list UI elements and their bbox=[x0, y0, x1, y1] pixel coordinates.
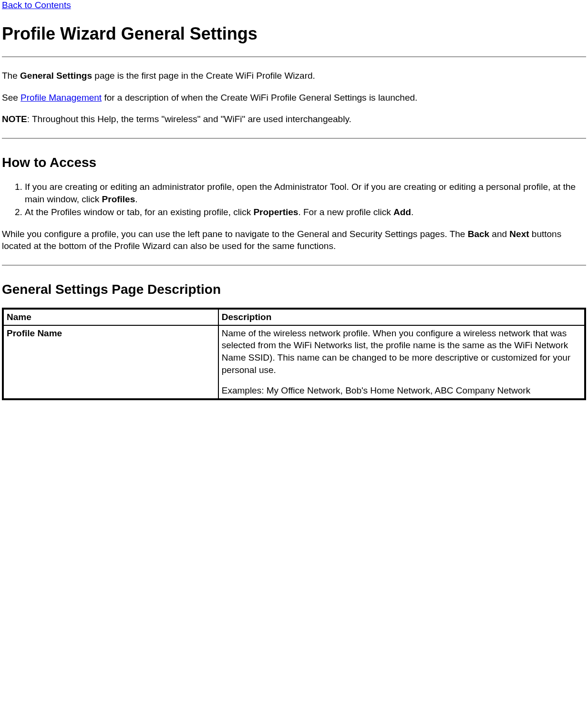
text: and bbox=[489, 229, 509, 239]
header-description: Description bbox=[218, 309, 585, 325]
text: See bbox=[2, 93, 21, 103]
text: While you configure a profile, you can u… bbox=[2, 229, 468, 239]
text: . bbox=[135, 194, 137, 204]
header-name: Name bbox=[3, 309, 218, 325]
text: : Throughout this Help, the terms "wirel… bbox=[27, 114, 351, 124]
text-bold: Back bbox=[468, 229, 489, 239]
cell-description: Name of the wireless network profile. Wh… bbox=[218, 325, 585, 399]
intro-paragraph-2: See Profile Management for a description… bbox=[2, 92, 586, 104]
text: for a description of when the Create WiF… bbox=[102, 93, 417, 103]
description-table: Name Description Profile Name Name of th… bbox=[2, 308, 586, 400]
text: . bbox=[411, 207, 413, 217]
table-header-row: Name Description bbox=[3, 309, 585, 325]
note-paragraph: NOTE: Throughout this Help, the terms "w… bbox=[2, 113, 586, 125]
divider bbox=[2, 56, 586, 57]
list-item: At the Profiles window or tab, for an ex… bbox=[25, 206, 586, 218]
text: Examples: My Office Network, Bob's Home … bbox=[222, 384, 581, 397]
page-description-heading: General Settings Page Description bbox=[2, 282, 586, 297]
list-item: If you are creating or editing an admini… bbox=[25, 181, 586, 205]
page-title: Profile Wizard General Settings bbox=[2, 24, 586, 44]
navigation-paragraph: While you configure a profile, you can u… bbox=[2, 228, 586, 252]
table-row: Profile Name Name of the wireless networ… bbox=[3, 325, 585, 399]
text: page is the first page in the Create WiF… bbox=[92, 71, 315, 81]
text-bold: Profiles bbox=[102, 194, 135, 204]
how-to-access-heading: How to Access bbox=[2, 155, 586, 170]
back-to-contents-link[interactable]: Back to Contents bbox=[2, 0, 71, 10]
note-label: NOTE bbox=[2, 114, 27, 124]
text-bold: Next bbox=[509, 229, 529, 239]
intro-paragraph-1: The General Settings page is the first p… bbox=[2, 70, 586, 82]
divider bbox=[2, 138, 586, 139]
text: At the Profiles window or tab, for an ex… bbox=[25, 207, 253, 217]
divider bbox=[2, 265, 586, 266]
profile-management-link[interactable]: Profile Management bbox=[21, 93, 102, 103]
cell-name: Profile Name bbox=[3, 325, 218, 399]
text: Name of the wireless network profile. Wh… bbox=[222, 327, 581, 376]
text-bold: Add bbox=[393, 207, 411, 217]
text: . For a new profile click bbox=[298, 207, 393, 217]
text: The bbox=[2, 71, 20, 81]
access-steps-list: If you are creating or editing an admini… bbox=[2, 181, 586, 218]
text-bold: General Settings bbox=[20, 71, 92, 81]
text-bold: Properties bbox=[253, 207, 298, 217]
